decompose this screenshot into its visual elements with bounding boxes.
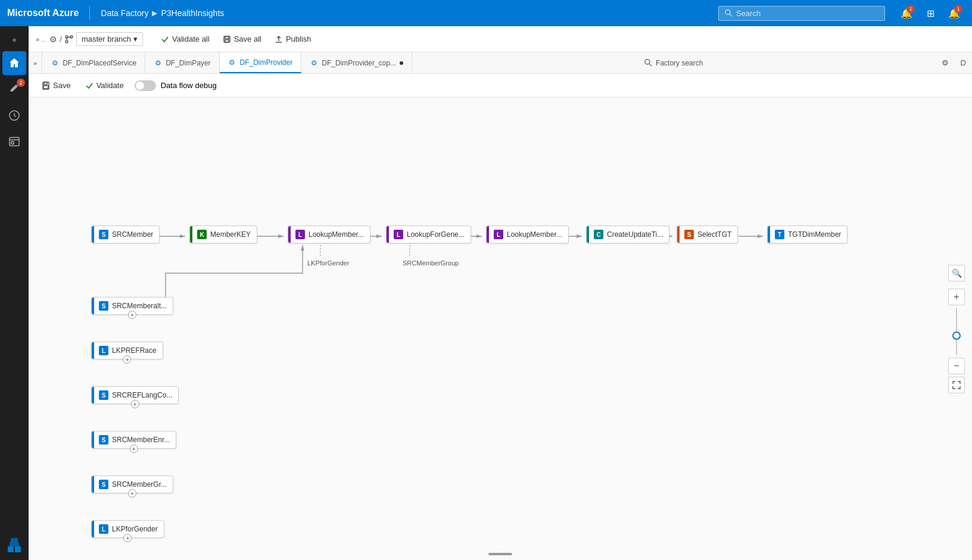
- branch-icon: [64, 35, 74, 44]
- node-lookupmember2[interactable]: L LookupMember...: [486, 226, 569, 243]
- node-left-bar: [288, 226, 291, 243]
- zoom-search-btn[interactable]: 🔍: [948, 265, 965, 281]
- node-icon-tgtdim: T: [775, 230, 784, 239]
- node-srcmemberenr[interactable]: S SRCMemberEnr... +: [91, 431, 176, 449]
- tab-factory-search[interactable]: Factory search: [636, 52, 711, 73]
- alerts-badge: 1: [954, 5, 962, 13]
- nav-breadcrumb: Data Factory ▶ P3HealthInsights: [101, 8, 224, 18]
- save-icon: [223, 35, 231, 43]
- validate-all-button[interactable]: Validate all: [155, 32, 216, 46]
- node-memberkey[interactable]: K MemberKEY: [189, 226, 257, 243]
- breadcrumb-arrow: ▶: [152, 9, 157, 17]
- node-createupdateti[interactable]: C CreateUpdateTi...: [586, 226, 669, 243]
- node-lkprefrace[interactable]: L LKPREFRace +: [91, 342, 163, 359]
- sidebar-item-edit[interactable]: 2: [2, 77, 26, 101]
- main-layout: « 2: [0, 26, 972, 560]
- node-lookupmember1[interactable]: L LookupMember...: [288, 226, 370, 243]
- tab-df-dimplaceofservice[interactable]: ⚙ DF_DimPlaceofService: [42, 52, 145, 73]
- df-validate-icon: [85, 82, 94, 90]
- node-srcmemberalt[interactable]: S SRCMemberalt... +: [91, 297, 173, 315]
- df-save-label: Save: [53, 81, 71, 90]
- node-plus-srcmemberenr[interactable]: +: [130, 445, 138, 453]
- debug-toggle[interactable]: [135, 80, 156, 91]
- node-srcmembergr[interactable]: S SRCMemberGr... +: [91, 475, 173, 493]
- node-plus-srcmembergr[interactable]: +: [128, 489, 136, 498]
- notifications-badge: 1: [906, 5, 915, 13]
- tab-overflow-btn[interactable]: D: [955, 52, 972, 73]
- edit-badge: 2: [17, 79, 25, 87]
- zoom-minus-label: −: [954, 361, 959, 371]
- node-label-srcmemberenr: SRCMemberEnr...: [112, 436, 170, 444]
- branch-dropdown-icon: ▾: [133, 35, 138, 43]
- node-left-bar: [92, 226, 94, 243]
- tab3-icon: ⚙: [228, 58, 236, 67]
- node-icon-srcreflangco: S: [99, 390, 108, 400]
- notifications-icon[interactable]: 🔔 1: [896, 2, 917, 24]
- tab3-label: DF_DimProvider: [240, 58, 293, 67]
- sidebar-item-manage[interactable]: [2, 130, 26, 154]
- tab-df-dimprovider[interactable]: ⚙ DF_DimProvider: [220, 52, 302, 73]
- sidebar-item-monitor[interactable]: [2, 104, 26, 127]
- node-plus-lkprefrace[interactable]: +: [123, 355, 131, 364]
- svg-rect-5: [8, 546, 14, 552]
- project-label: P3HealthInsights: [161, 8, 224, 18]
- node-left-bar: [92, 521, 94, 537]
- branch-selector[interactable]: master branch ▾: [76, 32, 143, 46]
- zoom-slider[interactable]: [956, 308, 957, 355]
- df-validate-button[interactable]: Validate: [79, 78, 130, 93]
- node-label-lkprefrace: LKPREFRace: [112, 346, 157, 355]
- tab-df-dimprovider-cop[interactable]: ⚙ DF_DimProvider_cop...: [301, 52, 412, 73]
- tab-expand-btn[interactable]: »: [29, 52, 42, 73]
- node-label-srcreflangco: SRCREFLangCo...: [112, 391, 172, 399]
- node-plus-lkpforgender[interactable]: +: [123, 534, 132, 542]
- zoom-slider-thumb[interactable]: [952, 331, 961, 340]
- svg-rect-6: [15, 546, 21, 552]
- node-plus-srcreflangco[interactable]: +: [131, 400, 139, 408]
- brand-label: Microsoft Azure: [7, 8, 79, 18]
- zoom-fit-btn[interactable]: [948, 377, 965, 393]
- node-left-bar: [768, 226, 770, 243]
- publish-button[interactable]: Publish: [269, 32, 317, 46]
- toolbar-expand-btn[interactable]: » ..: [36, 36, 45, 43]
- home-icon: [8, 57, 20, 69]
- content-area: » .. ⚙ / master branch ▾ Validate all: [29, 26, 972, 560]
- svg-point-14: [645, 60, 650, 64]
- node-lkpforgender[interactable]: L LKPforGender +: [91, 520, 164, 538]
- search-input[interactable]: [736, 9, 878, 18]
- node-icon-lookup2: L: [494, 230, 503, 239]
- tab-gear-btn[interactable]: ⚙: [936, 52, 955, 73]
- tab4-unsaved-dot: [400, 61, 403, 65]
- toolbar-bar: » .. ⚙ / master branch ▾ Validate all: [29, 26, 972, 52]
- node-left-bar: [587, 226, 589, 243]
- node-label-lookup2: LookupMember...: [507, 230, 562, 239]
- nav-icons: 🔔 1 ⊞ 🔔 1: [896, 2, 965, 24]
- zoom-out-btn[interactable]: −: [948, 358, 965, 374]
- node-left-bar: [92, 298, 94, 314]
- monitor-icon: [8, 110, 20, 121]
- manage-icon: [8, 136, 20, 148]
- sidebar-item-home[interactable]: [2, 51, 26, 75]
- save-all-button[interactable]: Save all: [217, 32, 267, 46]
- node-srcreflangco[interactable]: S SRCREFLangCo... +: [91, 386, 179, 404]
- zoom-in-btn[interactable]: +: [948, 289, 965, 305]
- svg-rect-18: [43, 86, 48, 89]
- tab5-label: Factory search: [656, 59, 703, 67]
- tab1-label: DF_DimPlaceofService: [63, 59, 136, 67]
- node-left-bar: [487, 226, 489, 243]
- svg-line-1: [730, 14, 732, 17]
- sidebar-collapse-btn[interactable]: «: [8, 31, 21, 49]
- tab-df-dimpayer[interactable]: ⚙ DF_DimPayer: [145, 52, 219, 73]
- node-tgtdimmember[interactable]: T TGTDimMember: [767, 226, 848, 243]
- node-label-createupdate: CreateUpdateTi...: [607, 230, 663, 239]
- df-save-button[interactable]: Save: [36, 78, 77, 93]
- node-selecttgt[interactable]: S SelectTGT: [677, 226, 738, 243]
- settings-icon[interactable]: ⊞: [920, 2, 941, 24]
- tab2-icon: ⚙: [154, 59, 162, 67]
- azure-logo: [5, 536, 23, 553]
- node-srcmember[interactable]: S SRCMember: [91, 226, 160, 243]
- node-lookupforgene[interactable]: L LookupForGene...: [386, 226, 471, 243]
- alerts-icon[interactable]: 🔔 1: [943, 2, 965, 24]
- node-plus-srcmemberalt[interactable]: +: [128, 311, 136, 319]
- tab2-label: DF_DimPayer: [166, 59, 210, 67]
- global-search[interactable]: [718, 6, 885, 21]
